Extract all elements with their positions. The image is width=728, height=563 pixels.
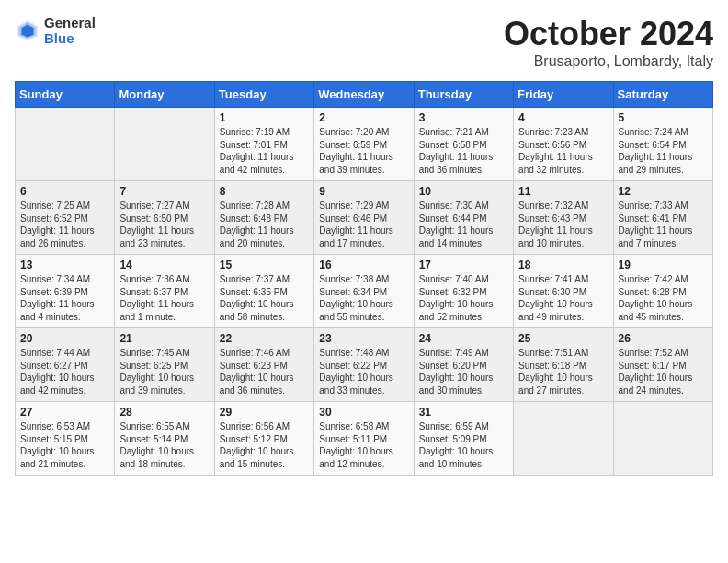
table-row: 2Sunrise: 7:20 AMSunset: 6:59 PMDaylight… bbox=[314, 108, 414, 181]
day-number: 25 bbox=[518, 332, 608, 345]
day-number: 10 bbox=[419, 185, 508, 198]
day-number: 16 bbox=[319, 259, 408, 271]
cell-content: Sunrise: 7:45 AMSunset: 6:25 PMDaylight:… bbox=[119, 347, 209, 396]
cell-content: Sunrise: 6:59 AMSunset: 5:09 PMDaylight:… bbox=[419, 420, 508, 470]
cell-content: Sunrise: 6:55 AMSunset: 5:14 PMDaylight:… bbox=[119, 420, 209, 470]
cell-content: Sunrise: 6:56 AMSunset: 5:12 PMDaylight:… bbox=[220, 420, 309, 470]
col-thursday: Thursday bbox=[414, 82, 513, 108]
table-row: 10Sunrise: 7:30 AMSunset: 6:44 PMDayligh… bbox=[414, 181, 513, 255]
col-monday: Monday bbox=[115, 82, 214, 108]
table-row: 30Sunrise: 6:58 AMSunset: 5:11 PMDayligh… bbox=[314, 402, 414, 476]
cell-content: Sunrise: 7:52 AMSunset: 6:17 PMDaylight:… bbox=[619, 347, 708, 396]
day-number: 14 bbox=[119, 259, 209, 271]
day-number: 19 bbox=[619, 259, 708, 271]
week-row-2: 6Sunrise: 7:25 AMSunset: 6:52 PMDaylight… bbox=[16, 181, 713, 255]
cell-content: Sunrise: 7:24 AMSunset: 6:54 PMDaylight:… bbox=[619, 126, 708, 176]
cell-content: Sunrise: 7:51 AMSunset: 6:18 PMDaylight:… bbox=[518, 347, 608, 396]
col-tuesday: Tuesday bbox=[214, 82, 313, 108]
cell-content: Sunrise: 7:42 AMSunset: 6:28 PMDaylight:… bbox=[619, 273, 708, 323]
day-number: 7 bbox=[119, 185, 209, 198]
week-row-5: 27Sunrise: 6:53 AMSunset: 5:15 PMDayligh… bbox=[16, 402, 713, 476]
table-row: 9Sunrise: 7:29 AMSunset: 6:46 PMDaylight… bbox=[314, 181, 414, 255]
day-number: 17 bbox=[419, 259, 508, 271]
day-number: 6 bbox=[20, 185, 109, 198]
table-row: 25Sunrise: 7:51 AMSunset: 6:18 PMDayligh… bbox=[514, 328, 613, 402]
cell-content: Sunrise: 6:53 AMSunset: 5:15 PMDaylight:… bbox=[20, 420, 109, 470]
table-row: 8Sunrise: 7:28 AMSunset: 6:48 PMDaylight… bbox=[214, 181, 313, 255]
table-row: 17Sunrise: 7:40 AMSunset: 6:32 PMDayligh… bbox=[414, 255, 513, 328]
table-row: 22Sunrise: 7:46 AMSunset: 6:23 PMDayligh… bbox=[214, 328, 313, 402]
cell-content: Sunrise: 7:33 AMSunset: 6:41 PMDaylight:… bbox=[619, 200, 708, 249]
table-row: 28Sunrise: 6:55 AMSunset: 5:14 PMDayligh… bbox=[115, 402, 214, 476]
day-number: 5 bbox=[619, 111, 708, 124]
table-row: 23Sunrise: 7:48 AMSunset: 6:22 PMDayligh… bbox=[314, 328, 414, 402]
cell-content: Sunrise: 7:37 AMSunset: 6:35 PMDaylight:… bbox=[220, 273, 309, 323]
day-number: 24 bbox=[419, 332, 508, 345]
table-row: 15Sunrise: 7:37 AMSunset: 6:35 PMDayligh… bbox=[214, 255, 313, 328]
cell-content: Sunrise: 7:23 AMSunset: 6:56 PMDaylight:… bbox=[518, 126, 608, 176]
table-row: 6Sunrise: 7:25 AMSunset: 6:52 PMDaylight… bbox=[16, 181, 115, 255]
calendar-header: Sunday Monday Tuesday Wednesday Thursday… bbox=[16, 82, 713, 108]
cell-content: Sunrise: 7:32 AMSunset: 6:43 PMDaylight:… bbox=[518, 200, 608, 249]
calendar-body: 1Sunrise: 7:19 AMSunset: 7:01 PMDaylight… bbox=[16, 108, 713, 476]
day-number: 1 bbox=[220, 111, 309, 124]
month-title: October 2024 bbox=[504, 15, 713, 53]
table-row: 12Sunrise: 7:33 AMSunset: 6:41 PMDayligh… bbox=[613, 181, 712, 255]
day-number: 2 bbox=[319, 111, 408, 124]
cell-content: Sunrise: 7:36 AMSunset: 6:37 PMDaylight:… bbox=[119, 273, 209, 323]
col-wednesday: Wednesday bbox=[314, 82, 414, 108]
week-row-4: 20Sunrise: 7:44 AMSunset: 6:27 PMDayligh… bbox=[16, 328, 713, 402]
day-number: 30 bbox=[319, 406, 408, 419]
col-sunday: Sunday bbox=[16, 82, 115, 108]
table-row: 13Sunrise: 7:34 AMSunset: 6:39 PMDayligh… bbox=[16, 255, 115, 328]
day-number: 12 bbox=[619, 185, 708, 198]
logo: General Blue bbox=[15, 15, 96, 46]
location-title: Brusaporto, Lombardy, Italy bbox=[504, 53, 713, 70]
day-number: 11 bbox=[518, 185, 608, 198]
cell-content: Sunrise: 7:27 AMSunset: 6:50 PMDaylight:… bbox=[119, 200, 209, 249]
day-number: 22 bbox=[220, 332, 309, 345]
day-number: 23 bbox=[319, 332, 408, 345]
header-row: Sunday Monday Tuesday Wednesday Thursday… bbox=[16, 82, 713, 108]
table-row: 20Sunrise: 7:44 AMSunset: 6:27 PMDayligh… bbox=[16, 328, 115, 402]
cell-content: Sunrise: 7:48 AMSunset: 6:22 PMDaylight:… bbox=[319, 347, 408, 396]
day-number: 4 bbox=[518, 111, 608, 124]
week-row-3: 13Sunrise: 7:34 AMSunset: 6:39 PMDayligh… bbox=[16, 255, 713, 328]
day-number: 9 bbox=[319, 185, 408, 198]
cell-content: Sunrise: 7:34 AMSunset: 6:39 PMDaylight:… bbox=[20, 273, 109, 323]
table-row bbox=[613, 402, 712, 476]
day-number: 15 bbox=[220, 259, 309, 271]
logo-blue: Blue bbox=[44, 30, 96, 46]
cell-content: Sunrise: 7:21 AMSunset: 6:58 PMDaylight:… bbox=[419, 126, 508, 176]
cell-content: Sunrise: 7:40 AMSunset: 6:32 PMDaylight:… bbox=[419, 273, 508, 323]
table-row: 14Sunrise: 7:36 AMSunset: 6:37 PMDayligh… bbox=[115, 255, 214, 328]
calendar-table: Sunday Monday Tuesday Wednesday Thursday… bbox=[15, 81, 713, 476]
day-number: 18 bbox=[518, 259, 608, 271]
cell-content: Sunrise: 7:29 AMSunset: 6:46 PMDaylight:… bbox=[319, 200, 408, 249]
table-row: 26Sunrise: 7:52 AMSunset: 6:17 PMDayligh… bbox=[613, 328, 712, 402]
day-number: 31 bbox=[419, 406, 508, 419]
day-number: 28 bbox=[119, 406, 209, 419]
day-number: 21 bbox=[119, 332, 209, 345]
table-row: 3Sunrise: 7:21 AMSunset: 6:58 PMDaylight… bbox=[414, 108, 513, 181]
table-row bbox=[115, 108, 214, 181]
logo-text: General Blue bbox=[44, 15, 96, 46]
cell-content: Sunrise: 7:49 AMSunset: 6:20 PMDaylight:… bbox=[419, 347, 508, 396]
table-row bbox=[514, 402, 613, 476]
col-friday: Friday bbox=[514, 82, 613, 108]
table-row: 5Sunrise: 7:24 AMSunset: 6:54 PMDaylight… bbox=[613, 108, 712, 181]
table-row: 31Sunrise: 6:59 AMSunset: 5:09 PMDayligh… bbox=[414, 402, 513, 476]
day-number: 27 bbox=[20, 406, 109, 419]
cell-content: Sunrise: 7:41 AMSunset: 6:30 PMDaylight:… bbox=[518, 273, 608, 323]
title-area: October 2024 Brusaporto, Lombardy, Italy bbox=[504, 15, 713, 70]
cell-content: Sunrise: 7:44 AMSunset: 6:27 PMDaylight:… bbox=[20, 347, 109, 396]
table-row: 29Sunrise: 6:56 AMSunset: 5:12 PMDayligh… bbox=[214, 402, 313, 476]
table-row: 4Sunrise: 7:23 AMSunset: 6:56 PMDaylight… bbox=[514, 108, 613, 181]
cell-content: Sunrise: 7:19 AMSunset: 7:01 PMDaylight:… bbox=[220, 126, 309, 176]
day-number: 8 bbox=[220, 185, 309, 198]
table-row: 27Sunrise: 6:53 AMSunset: 5:15 PMDayligh… bbox=[16, 402, 115, 476]
table-row: 21Sunrise: 7:45 AMSunset: 6:25 PMDayligh… bbox=[115, 328, 214, 402]
cell-content: Sunrise: 7:25 AMSunset: 6:52 PMDaylight:… bbox=[20, 200, 109, 249]
table-row: 24Sunrise: 7:49 AMSunset: 6:20 PMDayligh… bbox=[414, 328, 513, 402]
table-row: 11Sunrise: 7:32 AMSunset: 6:43 PMDayligh… bbox=[514, 181, 613, 255]
